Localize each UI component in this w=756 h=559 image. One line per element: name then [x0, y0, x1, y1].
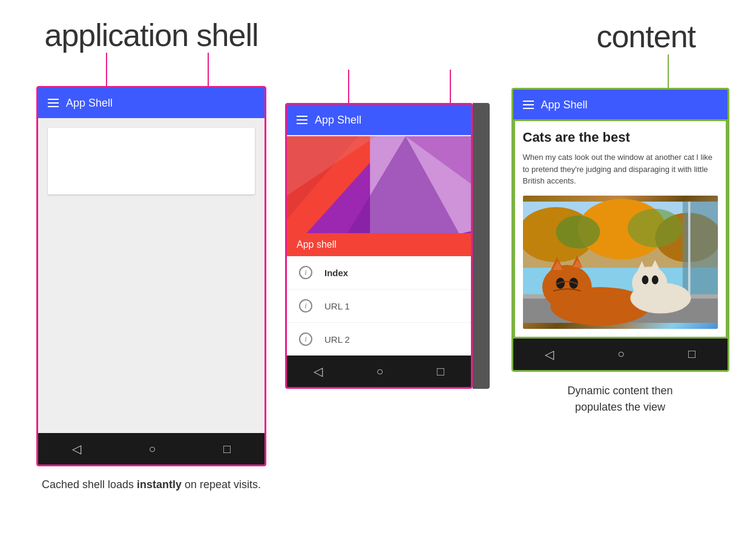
menu-item-index: i Index	[287, 256, 471, 289]
hamburger-icon3	[523, 101, 534, 109]
caption-left-bold: instantly	[137, 478, 182, 491]
phone2-header: App Shell	[287, 105, 471, 135]
phone2-nav-back: ◁	[314, 364, 323, 379]
content-label: content	[596, 18, 695, 55]
info-icon-index: i	[299, 266, 312, 279]
phone3-header: App Shell	[513, 90, 728, 120]
phone3-body: Cats are the best When my cats look out …	[513, 120, 728, 339]
menu-text-index: Index	[324, 268, 348, 278]
mid-connectors	[294, 70, 481, 103]
phone3-nav-back: ◁	[545, 347, 554, 362]
left-connectors	[36, 53, 266, 86]
phone2-menu: i Index i URL 1 i URL 2	[287, 256, 471, 356]
menu-text-url1: URL 1	[324, 301, 350, 311]
caption-right-line2: populates the view	[575, 401, 665, 413]
phone2-image: App shell	[287, 135, 471, 256]
svg-point-28	[632, 266, 667, 300]
caption-left-rest: on repeat visits.	[182, 478, 261, 491]
phone1-body	[38, 118, 265, 433]
side-panel	[473, 103, 490, 389]
cat-svg	[523, 196, 718, 329]
hamburger-icon2	[297, 116, 307, 124]
middle-section: App Shell	[284, 70, 490, 389]
content-desc: When my cats look out the window at anot…	[523, 151, 718, 187]
phone2-nav-recent: □	[437, 365, 444, 379]
phone3-nav-recent: □	[688, 347, 695, 361]
caption-left-text: Cached shell loads	[42, 478, 137, 491]
menu-text-url2: URL 2	[324, 334, 350, 345]
mid-connector-line1	[348, 70, 349, 103]
phone3-nav-home: ○	[617, 347, 625, 361]
caption-right: Dynamic content then populates the view	[567, 383, 672, 415]
menu-item-url1: i URL 1	[287, 289, 471, 323]
phone1-nav-recent: □	[223, 442, 231, 456]
phone3-header-title: App Shell	[541, 99, 588, 111]
phone2-wrapper: App Shell	[285, 103, 490, 389]
menu-item-url2: i URL 2	[287, 323, 471, 356]
info-icon-url2: i	[299, 332, 312, 346]
phone1-nav-back: ◁	[72, 442, 81, 456]
cat-image	[523, 196, 718, 329]
mid-connector-line2	[450, 70, 451, 103]
phone1-header-title: App Shell	[66, 97, 113, 110]
svg-point-13	[556, 215, 600, 248]
info-icon-url1: i	[299, 299, 312, 313]
left-section: application shell App Shell ◁ ○ □	[24, 18, 278, 492]
phone2-frame: App Shell	[285, 103, 473, 389]
svg-point-30	[651, 275, 658, 284]
phone3-frame: App Shell Cats are the best When my cats…	[511, 88, 729, 372]
phone3-nav-bar: ◁ ○ □	[513, 339, 728, 370]
right-section: content App Shell Cats are the best When…	[508, 18, 732, 415]
phone1-header: App Shell	[38, 88, 265, 118]
main-container: application shell App Shell ◁ ○ □	[0, 0, 756, 559]
phone1-nav-bar: ◁ ○ □	[38, 433, 265, 465]
caption-right-line1: Dynamic content then	[567, 385, 672, 397]
phone2-nav-bar: ◁ ○ □	[287, 356, 471, 387]
phone1-content-card	[48, 128, 255, 194]
phone3-wrapper: App Shell Cats are the best When my cats…	[511, 88, 729, 372]
right-connector-line	[668, 55, 669, 88]
svg-point-14	[627, 208, 682, 247]
phone2-nav-home: ○	[376, 365, 383, 379]
right-connectors	[511, 55, 729, 88]
app-shell-overlay: App shell	[287, 233, 471, 256]
svg-point-20	[542, 265, 591, 309]
phone1-nav-home: ○	[148, 442, 156, 456]
left-connector-line1	[106, 53, 107, 86]
caption-left: Cached shell loads instantly on repeat v…	[42, 477, 261, 492]
app-shell-overlay-text: App shell	[297, 239, 337, 250]
svg-point-29	[642, 275, 648, 284]
hamburger-icon	[48, 99, 59, 107]
content-title: Cats are the best	[523, 130, 718, 145]
phone1-frame: App Shell ◁ ○ □	[36, 86, 266, 466]
application-shell-label: application shell	[44, 18, 258, 53]
phone2-header-title: App Shell	[315, 114, 361, 127]
left-connector-line2	[208, 53, 209, 86]
